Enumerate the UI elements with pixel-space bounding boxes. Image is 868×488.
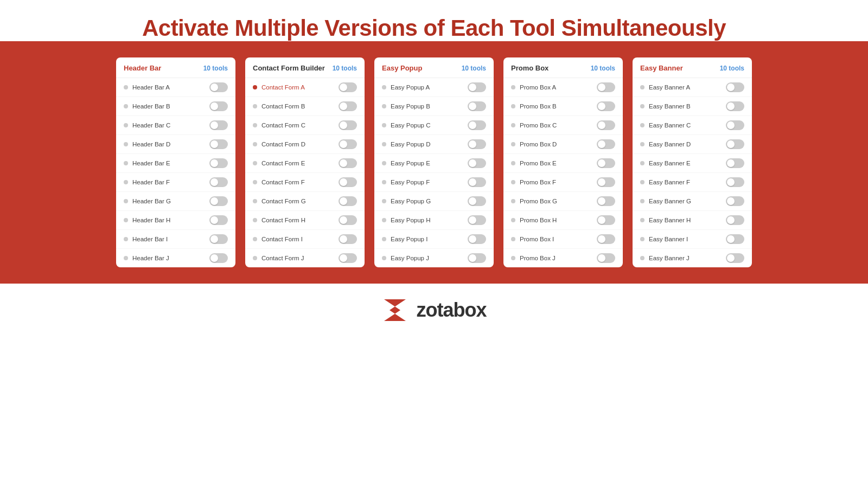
list-item: Promo Box J <box>503 249 623 267</box>
list-item: Header Bar H <box>116 211 235 230</box>
status-dot <box>124 142 128 146</box>
status-dot <box>253 256 257 260</box>
toggle-switch[interactable] <box>209 82 228 92</box>
toggle-switch[interactable] <box>209 234 228 244</box>
card-title-contact-form: Contact Form Builder <box>253 64 325 72</box>
status-dot <box>253 85 257 89</box>
list-item: Contact Form G <box>245 192 365 211</box>
card-header-contact-form: Contact Form Builder10 tools <box>245 57 365 78</box>
toggle-switch[interactable] <box>597 196 615 206</box>
status-dot <box>124 180 128 184</box>
toggle-switch[interactable] <box>339 177 357 187</box>
toggle-switch[interactable] <box>209 120 228 130</box>
status-dot <box>640 161 644 165</box>
toggle-switch[interactable] <box>468 177 486 187</box>
status-dot <box>511 123 515 127</box>
status-dot <box>382 161 386 165</box>
list-item: Promo Box D <box>503 135 623 154</box>
toggle-switch[interactable] <box>339 196 357 206</box>
item-label: Easy Popup H <box>391 217 431 223</box>
list-item: Contact Form J <box>245 249 365 267</box>
toggle-switch[interactable] <box>468 196 486 206</box>
card-header-bar: Header Bar10 toolsHeader Bar AHeader Bar… <box>116 57 235 267</box>
list-item: Header Bar J <box>116 249 235 267</box>
toggle-switch[interactable] <box>597 158 615 168</box>
toggle-switch[interactable] <box>726 234 744 244</box>
list-item: Contact Form E <box>245 154 365 173</box>
toggle-switch[interactable] <box>339 82 357 92</box>
toggle-switch[interactable] <box>468 82 486 92</box>
toggle-switch[interactable] <box>726 215 744 225</box>
toggle-switch[interactable] <box>209 215 228 225</box>
toggle-switch[interactable] <box>597 120 615 130</box>
status-dot <box>253 180 257 184</box>
card-tools-count-easy-banner: 10 tools <box>720 65 744 72</box>
toggle-switch[interactable] <box>468 234 486 244</box>
svg-marker-0 <box>384 299 406 321</box>
toggle-switch[interactable] <box>468 120 486 130</box>
item-label: Contact Form B <box>261 103 305 110</box>
list-item: Easy Banner H <box>633 211 752 230</box>
toggle-switch[interactable] <box>468 215 486 225</box>
status-dot <box>253 218 257 222</box>
toggle-switch[interactable] <box>726 82 744 92</box>
card-tools-count-header-bar: 10 tools <box>203 65 228 72</box>
status-dot <box>511 180 515 184</box>
toggle-switch[interactable] <box>209 101 228 111</box>
item-label: Promo Box C <box>520 122 557 129</box>
toggle-switch[interactable] <box>339 101 357 111</box>
list-item: Promo Box I <box>503 230 623 249</box>
toggle-switch[interactable] <box>726 253 744 263</box>
toggle-switch[interactable] <box>209 253 228 263</box>
status-dot <box>511 237 515 241</box>
toggle-switch[interactable] <box>726 196 744 206</box>
toggle-switch[interactable] <box>339 215 357 225</box>
toggle-switch[interactable] <box>726 139 744 149</box>
toggle-switch[interactable] <box>597 101 615 111</box>
toggle-switch[interactable] <box>339 139 357 149</box>
status-dot <box>382 85 386 89</box>
toggle-switch[interactable] <box>209 139 228 149</box>
card-title-easy-banner: Easy Banner <box>640 64 683 72</box>
toggle-switch[interactable] <box>468 139 486 149</box>
toggle-switch[interactable] <box>597 215 615 225</box>
list-item: Easy Popup G <box>374 192 494 211</box>
item-label: Easy Popup G <box>391 198 431 204</box>
status-dot <box>511 256 515 260</box>
toggle-switch[interactable] <box>468 101 486 111</box>
toggle-switch[interactable] <box>339 234 357 244</box>
toggle-switch[interactable] <box>339 253 357 263</box>
status-dot <box>124 104 128 108</box>
list-item: Contact Form I <box>245 230 365 249</box>
status-dot <box>124 199 128 203</box>
list-item: Promo Box A <box>503 78 623 97</box>
toggle-switch[interactable] <box>209 196 228 206</box>
toggle-switch[interactable] <box>726 101 744 111</box>
card-contact-form: Contact Form Builder10 toolsContact Form… <box>245 57 365 267</box>
toggle-switch[interactable] <box>339 120 357 130</box>
toggle-switch[interactable] <box>209 158 228 168</box>
toggle-switch[interactable] <box>339 158 357 168</box>
toggle-switch[interactable] <box>726 158 744 168</box>
list-item: Easy Banner C <box>633 116 752 135</box>
status-dot <box>382 180 386 184</box>
toggle-switch[interactable] <box>597 234 615 244</box>
status-dot <box>640 237 644 241</box>
item-label: Header Bar J <box>132 255 169 261</box>
item-label: Contact Form F <box>261 179 305 185</box>
toggle-switch[interactable] <box>726 177 744 187</box>
status-dot <box>382 123 386 127</box>
toggle-switch[interactable] <box>468 158 486 168</box>
toggle-switch[interactable] <box>726 120 744 130</box>
item-label: Contact Form G <box>261 198 306 204</box>
toggle-switch[interactable] <box>597 177 615 187</box>
toggle-switch[interactable] <box>597 82 615 92</box>
item-label: Contact Form E <box>261 160 305 166</box>
toggle-switch[interactable] <box>468 253 486 263</box>
toggle-switch[interactable] <box>597 253 615 263</box>
toggle-switch[interactable] <box>209 177 228 187</box>
list-item: Header Bar B <box>116 97 235 116</box>
toggle-switch[interactable] <box>597 139 615 149</box>
item-label: Easy Popup E <box>391 160 430 166</box>
item-label: Easy Popup J <box>391 255 429 261</box>
